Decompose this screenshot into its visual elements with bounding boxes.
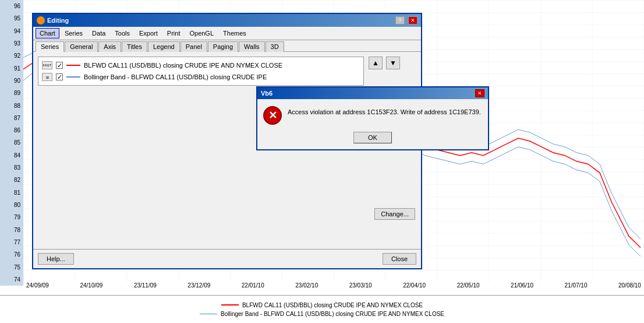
x-label: 21/07/10 <box>565 282 588 294</box>
x-label: 22/01/10 <box>242 282 264 294</box>
y-label: 76 <box>1 251 22 258</box>
y-label: 83 <box>1 164 22 171</box>
series-checkbox-2[interactable]: ✓ <box>56 73 63 80</box>
y-label: 84 <box>1 152 22 159</box>
menu-data[interactable]: Data <box>88 28 109 38</box>
y-label: 88 <box>1 103 22 109</box>
error-title: Vb6 <box>261 90 473 97</box>
error-titlebar: Vb6 ✕ <box>257 87 488 99</box>
menu-print[interactable]: Print <box>163 28 185 38</box>
y-label: 74 <box>1 276 22 283</box>
series-label-2: Bollinger Band - BLFWD CAL11 (USD/BBL) c… <box>84 73 267 80</box>
series-line-1 <box>66 65 80 66</box>
ok-button[interactable]: OK <box>353 132 392 143</box>
x-label: 24/10/09 <box>80 282 102 294</box>
error-icon: ✕ <box>263 106 282 125</box>
x-label: 23/11/09 <box>134 282 157 294</box>
series-checkbox-1[interactable]: ✓ <box>56 62 63 69</box>
y-label: 75 <box>1 264 22 271</box>
window-icon <box>37 16 45 24</box>
legend-label-1: BLFWD CAL11 (USD/BBL) closing CRUDE IPE … <box>242 302 423 308</box>
tab-bar-main: Series General Axis Titles Legend Panel … <box>33 40 421 52</box>
x-label: 22/04/10 <box>403 282 426 294</box>
y-label: 86 <box>1 127 22 134</box>
chart-legend: BLFWD CAL11 (USD/BBL) closing CRUDE IPE … <box>0 295 644 323</box>
y-label: 89 <box>1 90 22 96</box>
y-label: 95 <box>1 15 22 22</box>
legend-label-2: Bollinger Band - BLFWD CAL11 (USD/BBL) c… <box>221 311 444 317</box>
error-close-button[interactable]: ✕ <box>475 89 484 97</box>
window-title: Editing <box>47 17 392 24</box>
y-label: 87 <box>1 115 22 121</box>
y-label: 82 <box>1 177 22 183</box>
series-icon-1: FAST <box>42 61 52 69</box>
y-label: 91 <box>1 65 22 72</box>
menu-chart[interactable]: Chart <box>36 28 59 38</box>
tab-legend[interactable]: Legend <box>148 41 180 52</box>
error-message: Access violation at address 1C153F23. Wr… <box>288 106 482 115</box>
tab-general[interactable]: General <box>65 41 98 52</box>
menu-export[interactable]: Export <box>135 28 162 38</box>
y-label: 92 <box>1 52 22 59</box>
tab-titles[interactable]: Titles <box>122 41 147 52</box>
x-label: 20/08/10 <box>618 282 641 294</box>
series-row-1: FAST ✓ BLFWD CAL11 (USD/BBL) closing CRU… <box>41 59 361 71</box>
y-label: 85 <box>1 139 22 146</box>
series-icon-2: ⊞ <box>42 73 52 81</box>
menu-series[interactable]: Series <box>61 28 87 38</box>
legend-color-red <box>221 304 239 306</box>
series-line-2 <box>66 76 80 78</box>
y-label: 77 <box>1 239 22 245</box>
tab-series[interactable]: Series <box>36 41 64 52</box>
x-label: 23/03/10 <box>349 282 372 294</box>
series-row-2: ⊞ ✓ Bollinger Band - BLFWD CAL11 (USD/BB… <box>41 71 361 83</box>
x-label: 24/09/09 <box>26 282 49 294</box>
y-label: 90 <box>1 78 22 84</box>
window-titlebar: Editing ? ✕ <box>33 14 421 27</box>
menu-bar: Chart Series Data Tools Export Print Ope… <box>33 27 421 40</box>
x-label: 23/02/10 <box>295 282 318 294</box>
error-content: ✕ Access violation at address 1C153F23. … <box>257 99 488 129</box>
arrow-buttons: ▲ ▼ <box>369 57 400 69</box>
tab-axis[interactable]: Axis <box>98 41 121 52</box>
move-up-button[interactable]: ▲ <box>369 57 383 69</box>
y-label: 79 <box>1 214 22 220</box>
legend-item-2: Bollinger Band - BLFWD CAL11 (USD/BBL) c… <box>200 311 444 317</box>
move-down-button[interactable]: ▼ <box>386 57 400 69</box>
help-button[interactable]: ? <box>395 16 405 24</box>
tab-walls[interactable]: Walls <box>239 41 264 52</box>
x-axis: 24/09/09 24/10/09 23/11/09 23/12/09 22/0… <box>23 282 644 294</box>
window-content: FAST ✓ BLFWD CAL11 (USD/BBL) closing CRU… <box>33 52 421 249</box>
y-label: 78 <box>1 227 22 233</box>
y-label: 96 <box>1 3 22 9</box>
tab-3d[interactable]: 3D <box>266 41 284 52</box>
y-label: 80 <box>1 202 22 208</box>
error-footer: OK <box>257 129 488 146</box>
help-footer-button[interactable]: Help... <box>38 253 74 265</box>
change-button[interactable]: Change... <box>374 208 415 220</box>
error-dialog: Vb6 ✕ ✕ Access violation at address 1C15… <box>256 86 489 150</box>
close-footer-button[interactable]: Close <box>383 253 416 265</box>
series-label-1: BLFWD CAL11 (USD/BBL) closing CRUDE IPE … <box>84 62 282 69</box>
tab-paging[interactable]: Paging <box>208 41 238 52</box>
y-axis: 96 95 94 93 92 91 90 89 88 87 86 85 84 8… <box>0 0 23 286</box>
y-label: 81 <box>1 189 22 196</box>
x-label: 22/05/10 <box>457 282 480 294</box>
legend-color-blue <box>200 314 217 314</box>
series-list: FAST ✓ BLFWD CAL11 (USD/BBL) closing CRU… <box>38 57 364 86</box>
menu-tools[interactable]: Tools <box>111 28 134 38</box>
legend-item-1: BLFWD CAL11 (USD/BBL) closing CRUDE IPE … <box>221 302 423 308</box>
tab-panel[interactable]: Panel <box>181 41 207 52</box>
menu-themes[interactable]: Themes <box>219 28 250 38</box>
menu-opengl[interactable]: OpenGL <box>185 28 218 38</box>
y-label: 93 <box>1 40 22 47</box>
close-window-button[interactable]: ✕ <box>408 16 417 24</box>
x-label: 23/12/09 <box>187 282 210 294</box>
x-label: 21/06/10 <box>511 282 533 294</box>
y-label: 94 <box>1 28 22 34</box>
window-footer: Help... Close <box>33 249 421 268</box>
